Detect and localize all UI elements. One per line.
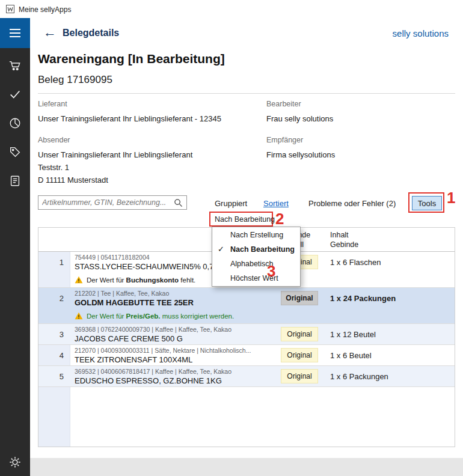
row-number: 2 xyxy=(38,288,70,308)
header-cell-inhalt-gebinde: Inhalt Gebinde xyxy=(325,228,455,251)
article-name: GOLDM HAGEBUTTE TEE 25ER xyxy=(75,298,277,307)
field-empfaenger: Empfänger Firma sellysolutions xyxy=(266,136,463,161)
warning-row: Der Wert für Preis/Geb. muss korrigiert … xyxy=(38,308,455,323)
field-label: Lieferant xyxy=(38,100,254,108)
content-cell: 1 x 6 Packungen xyxy=(325,366,455,386)
warning-icon xyxy=(75,276,83,284)
brand-label: selly solutions xyxy=(393,28,449,38)
check-icon[interactable] xyxy=(0,85,30,103)
status-badge[interactable]: Original xyxy=(281,291,318,305)
field-value: Firma sellysolutions xyxy=(266,148,463,161)
field-label: Bearbeiter xyxy=(266,100,463,108)
tag-icon[interactable] xyxy=(0,143,30,161)
warning-text: Der Wert für Preis/Geb. muss korrigiert … xyxy=(87,313,234,320)
table-row[interactable]: 4 212070 | 04009300003311 | Säfte, Nekta… xyxy=(38,345,455,366)
article-meta: 212202 | Tee | Kaffee, Tee, Kakao xyxy=(75,290,277,297)
field-value: Unser Trainingslieferant Ihr Lieblingsli… xyxy=(38,148,254,161)
content-cell: 1 x 12 Beutel xyxy=(325,324,455,344)
table-empty-area xyxy=(38,387,455,447)
menu-item-label: Nach Erstellung xyxy=(230,231,283,239)
row-number: 5 xyxy=(38,366,70,386)
field-value: D 11111 Musterstadt xyxy=(38,174,254,186)
row-number: 3 xyxy=(38,324,70,344)
page-title: Belegdetails xyxy=(63,28,119,38)
field-value: Frau selly solutions xyxy=(266,112,463,125)
content-cell: 1 x 6 Beutel xyxy=(325,345,455,365)
pivot-sortiert[interactable]: Sortiert xyxy=(263,199,289,208)
field-value: Teststr. 1 xyxy=(38,161,254,174)
annotation-number-2: 2 xyxy=(275,210,284,228)
header-line: Inhalt xyxy=(330,230,455,240)
field-bearbeiter: Bearbeiter Frau selly solutions xyxy=(266,100,463,125)
annotation-number-1: 1 xyxy=(447,189,455,207)
warning-icon xyxy=(75,312,83,320)
search-box xyxy=(38,195,187,210)
sort-menu: Nach Erstellung ✓ Nach Bearbeitung Alpha… xyxy=(212,227,301,287)
settings-icon[interactable] xyxy=(0,453,30,471)
status-badge[interactable]: Original xyxy=(281,369,318,383)
tools-button[interactable]: Tools xyxy=(412,196,442,210)
document-number: Beleg 17169095 xyxy=(38,74,112,86)
table-row[interactable]: 5 369532 | 04006067818417 | Kaffee | Kaf… xyxy=(38,366,455,387)
sort-dropdown[interactable]: Nach Bearbeitung xyxy=(209,212,273,227)
back-icon[interactable]: ← xyxy=(43,25,57,40)
table-row-selected[interactable]: 2 212202 | Tee | Kaffee, Tee, Kakao GOLD… xyxy=(38,288,455,324)
menu-item-hoechster-wert[interactable]: Höchster Wert xyxy=(212,271,300,285)
sidebar xyxy=(0,18,30,476)
header-line: Gebinde xyxy=(330,240,455,249)
header-cell-num xyxy=(38,228,70,251)
menu-item-nach-bearbeitung[interactable]: ✓ Nach Bearbeitung xyxy=(212,242,300,257)
checkmark-icon: ✓ xyxy=(218,242,224,257)
field-label: Empfänger xyxy=(266,136,463,144)
status-badge[interactable]: Original xyxy=(281,348,318,362)
article-meta: 212070 | 04009300003311 | Säfte, Nektare… xyxy=(75,347,277,354)
table-row[interactable]: 3 369368 | 07622400009730 | Kaffee | Kaf… xyxy=(38,324,455,345)
app-icon xyxy=(6,5,14,13)
article-cell: 369532 | 04006067818417 | Kaffee | Kaffe… xyxy=(70,366,277,386)
article-cell: 212202 | Tee | Kaffee, Tee, Kakao GOLDM … xyxy=(70,288,277,308)
warning-text: Der Wert für Buchungskonto fehlt. xyxy=(87,276,195,284)
search-input[interactable] xyxy=(38,198,174,207)
article-name: JACOBS CAFE CREME 500 G xyxy=(75,334,277,343)
app-header: ← Belegdetails selly solutions xyxy=(30,18,463,48)
book-icon[interactable] xyxy=(0,172,30,190)
article-name: TEEK ZITRONENSAFT 100X4ML xyxy=(75,355,277,364)
content-cell: 1 x 24 Packungen xyxy=(325,288,455,308)
article-name: EDUSCHO ESPRESSO, GZ.BOHNE 1KG xyxy=(75,376,277,385)
field-absender: Absender Unser Trainingslieferant Ihr Li… xyxy=(38,136,254,186)
menu-item-label: Nach Bearbeitung xyxy=(230,245,295,254)
status-badge[interactable]: Original xyxy=(281,327,318,341)
row-number: 4 xyxy=(38,345,70,365)
menu-icon[interactable] xyxy=(0,18,30,48)
divider xyxy=(38,93,455,94)
field-label: Absender xyxy=(38,136,254,144)
pie-chart-icon[interactable] xyxy=(0,114,30,132)
content-cell: 1 x 6 Flaschen xyxy=(325,252,455,272)
search-icon[interactable] xyxy=(174,198,183,207)
pivot-gruppiert[interactable]: Gruppiert xyxy=(215,199,247,208)
document-title: Wareneingang [In Bearbeitung] xyxy=(38,52,225,66)
titlebar: Meine sellyApps xyxy=(0,0,463,18)
article-meta: 369532 | 04006067818417 | Kaffee | Kaffe… xyxy=(75,368,277,375)
menu-item-alphabetisch[interactable]: Alphabetisch xyxy=(212,257,300,271)
menu-item-nach-erstellung[interactable]: Nach Erstellung xyxy=(212,228,300,242)
window-title: Meine sellyApps xyxy=(19,5,71,14)
article-cell: 212070 | 04009300003311 | Säfte, Nektare… xyxy=(70,345,277,365)
annotation-box-1: Tools xyxy=(408,192,444,213)
article-meta: 369368 | 07622400009730 | Kaffee | Kaffe… xyxy=(75,326,277,333)
field-value: Unser Trainingslieferant Ihr Lieblingsli… xyxy=(38,112,254,125)
field-lieferant: Lieferant Unser Trainingslieferant Ihr L… xyxy=(38,100,254,125)
article-cell: 369368 | 07622400009730 | Kaffee | Kaffe… xyxy=(70,324,277,344)
status-bar xyxy=(30,458,463,476)
row-number: 1 xyxy=(38,252,70,272)
pivot-probleme-oder-fehler[interactable]: Probleme oder Fehler (2) xyxy=(308,199,396,208)
sort-dropdown-value: Nach Bearbeitung xyxy=(210,215,275,224)
cart-icon[interactable] xyxy=(0,56,30,75)
annotation-number-3: 3 xyxy=(267,262,275,281)
